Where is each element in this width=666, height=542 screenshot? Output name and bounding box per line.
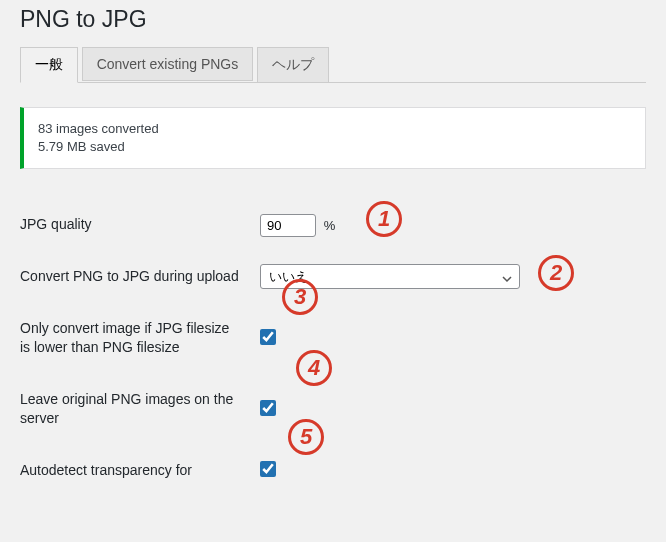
only-if-smaller-label: Only convert image if JPG filesize is lo… bbox=[20, 303, 250, 374]
status-notice: 83 images converted 5.79 MB saved bbox=[20, 107, 646, 169]
tab-help[interactable]: ヘルプ bbox=[257, 47, 329, 83]
notice-line-2: 5.79 MB saved bbox=[38, 138, 631, 156]
autodetect-transparency-label: Autodetect transparency for bbox=[20, 445, 250, 497]
only-if-smaller-checkbox[interactable] bbox=[260, 329, 276, 345]
jpg-quality-input[interactable] bbox=[260, 214, 316, 237]
tab-general[interactable]: 一般 bbox=[20, 47, 78, 83]
settings-form-table: JPG quality % 1 Convert PNG to JPG durin… bbox=[20, 199, 646, 496]
nav-tabs: 一般 Convert existing PNGs ヘルプ bbox=[20, 47, 646, 83]
leave-original-label: Leave original PNG images on the server bbox=[20, 374, 250, 445]
leave-original-checkbox[interactable] bbox=[260, 400, 276, 416]
jpg-quality-unit: % bbox=[324, 218, 336, 233]
autodetect-transparency-checkbox[interactable] bbox=[260, 461, 276, 477]
annotation-1: 1 bbox=[366, 201, 402, 237]
annotation-2: 2 bbox=[538, 255, 574, 291]
jpg-quality-label: JPG quality bbox=[20, 199, 250, 251]
convert-during-upload-label: Convert PNG to JPG during upload bbox=[20, 251, 250, 303]
notice-line-1: 83 images converted bbox=[38, 120, 631, 138]
convert-during-upload-select[interactable]: いいえ bbox=[260, 264, 520, 289]
tab-convert-existing[interactable]: Convert existing PNGs bbox=[82, 47, 254, 81]
page-title: PNG to JPG bbox=[20, 6, 646, 33]
